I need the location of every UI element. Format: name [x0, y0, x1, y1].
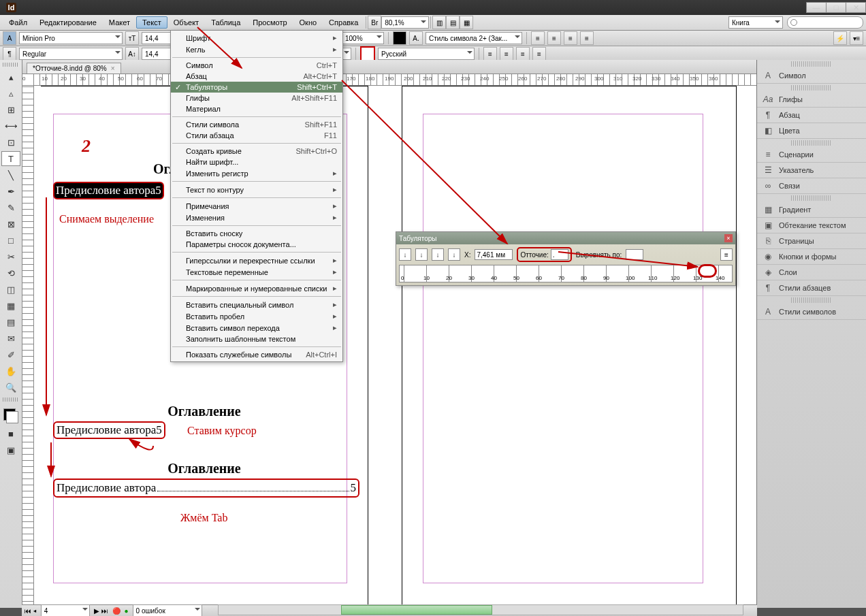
align-center-icon[interactable]: ≡ [547, 31, 561, 45]
note-tool[interactable]: ✉ [1, 331, 20, 346]
scissors-tool[interactable]: ✂ [1, 249, 20, 264]
page-nav-next[interactable]: ▶ ⏭ [94, 607, 108, 615]
ruler-h[interactable]: 0102030405060708090100110120130140150160… [22, 74, 756, 86]
fill-swatch[interactable] [393, 31, 406, 45]
panel-кнопки-и-формы[interactable]: ◉Кнопки и формы [757, 249, 866, 265]
menuitem-гиперссылки-и-перекрестные-ссылки[interactable]: Гиперссылки и перекрестные ссылки▸ [171, 255, 342, 266]
gradient2-tool[interactable]: ▤ [1, 314, 20, 329]
panel-связи[interactable]: ∞Связи [757, 178, 866, 194]
tabpanel-menu-icon[interactable]: ≡ [720, 248, 733, 261]
charstyle-combo[interactable]: Стиль символа 2+ (Зак... [426, 32, 522, 44]
tab-right-icon[interactable]: ↓ [432, 248, 444, 261]
menu-справка[interactable]: Справка [323, 16, 364, 29]
search-input[interactable] [787, 16, 863, 29]
menuitem-стили-символа[interactable]: Стили символаShift+F11 [171, 119, 342, 130]
panel-menu-icon[interactable]: ▾≡ [850, 31, 863, 45]
menu-таблица[interactable]: Таблица [205, 16, 246, 29]
fontstyle-combo[interactable]: Regular [19, 48, 123, 60]
menuitem-глифы[interactable]: ГлифыAlt+Shift+F11 [171, 93, 342, 103]
panel-слои[interactable]: ◈Слои [757, 265, 866, 280]
panel-абзац[interactable]: ¶Абзац [757, 108, 866, 123]
align-right-icon[interactable]: ≡ [564, 31, 577, 45]
menuitem-табуляторы[interactable]: ✓ТабуляторыShift+Ctrl+T [171, 82, 342, 93]
menuitem-параметры-сносок-документа...[interactable]: Параметры сносок документа... [171, 239, 342, 250]
pencil-tool[interactable]: ✎ [1, 200, 20, 215]
menuitem-стили-абзаца[interactable]: Стили абзацаF11 [171, 130, 342, 141]
menu-файл[interactable]: Файл [3, 16, 33, 29]
align-j2-icon[interactable]: ≡ [500, 47, 513, 61]
x-input[interactable] [475, 249, 513, 260]
close-button[interactable]: ✕ [846, 3, 865, 12]
tab-center-icon[interactable]: ↓ [415, 248, 428, 261]
hand-tool[interactable]: ✋ [1, 363, 20, 378]
type-tool[interactable]: T [1, 151, 20, 166]
maximize-button[interactable]: □ [826, 3, 846, 12]
frame-tool[interactable]: ⊠ [1, 216, 20, 231]
scale-tool[interactable]: ◫ [1, 282, 20, 297]
gradient-tool[interactable]: ▦ [1, 298, 20, 313]
page-nav-prev[interactable]: ⏮ ◀ [25, 607, 37, 615]
tabulators-panel[interactable]: Табуляторы× ↓ ↓ ↓ ↓ X: Отточие: Выровнят… [396, 231, 736, 286]
menuitem-текстовые-переменные[interactable]: Текстовые переменные▸ [171, 266, 342, 278]
canvas[interactable]: Огл Предисловие автора5 Снимаем выделени… [34, 86, 756, 608]
panel-указатель[interactable]: ☰Указатель [757, 163, 866, 178]
align-j4-icon[interactable]: ≡ [532, 47, 546, 61]
menuitem-маркированные-и-нумерованные-списки[interactable]: Маркированные и нумерованные списки▸ [171, 282, 342, 294]
doc-tab[interactable]: *Отточие-8.indd @ 80%× [27, 63, 121, 74]
menuitem-изменения[interactable]: Изменения▸ [171, 212, 342, 223]
menuitem-материал[interactable]: Материал [171, 103, 342, 114]
panel-стили-символов[interactable]: AСтили символов [757, 304, 866, 320]
menuitem-текст-по-контуру[interactable]: Текст по контуру▸ [171, 184, 342, 195]
menu-объект[interactable]: Объект [167, 16, 205, 29]
ruler-v[interactable] [22, 86, 34, 608]
panel-сценарии[interactable]: ≡Сценарии [757, 147, 866, 163]
panel-цвета[interactable]: ◧Цвета [757, 123, 866, 139]
align-j1-icon[interactable]: ≡ [483, 47, 497, 61]
selection-tool[interactable]: ▴ [1, 69, 20, 84]
tab-left-icon[interactable]: ↓ [399, 248, 411, 261]
tabpanel-title[interactable]: Табуляторы× [396, 232, 735, 244]
panel-страницы[interactable]: ⎘Страницы [757, 233, 866, 249]
panel-глифы[interactable]: AaГлифы [757, 92, 866, 108]
view-mode-icon[interactable]: ▥ [432, 16, 446, 29]
menuitem-создать-кривые[interactable]: Создать кривыеShift+Ctrl+O [171, 146, 342, 157]
align-left-icon[interactable]: ≡ [531, 31, 545, 45]
panel-стили-абзацев[interactable]: ¶Стили абзацев [757, 280, 866, 296]
menuitem-абзац[interactable]: АбзацAlt+Ctrl+T [171, 71, 342, 82]
menuitem-вставить-пробел[interactable]: Вставить пробел▸ [171, 310, 342, 322]
page-tool[interactable]: ⊞ [1, 102, 20, 117]
menuitem-символ[interactable]: СимволCtrl+T [171, 60, 342, 71]
menu-текст[interactable]: Текст [136, 16, 167, 29]
rect-tool[interactable]: □ [1, 233, 20, 248]
menuitem-найти-шрифт...[interactable]: Найти шрифт... [171, 157, 342, 167]
menuitem-кегль[interactable]: Кегль▸ [171, 44, 342, 55]
align-justify-icon[interactable]: ≡ [580, 31, 594, 45]
align-j3-icon[interactable]: ≡ [516, 47, 530, 61]
menuitem-изменить-регистр[interactable]: Изменить регистр▸ [171, 167, 342, 179]
menuitem-вставить-символ-перехода[interactable]: Вставить символ перехода▸ [171, 322, 342, 334]
panel-градиент[interactable]: ▦Градиент [757, 202, 866, 218]
menu-окно[interactable]: Окно [293, 16, 323, 29]
content-tool[interactable]: ⊡ [1, 135, 20, 150]
workspace-combo[interactable]: Книга [728, 16, 783, 29]
h-scrollbar[interactable] [218, 604, 743, 615]
screen-mode[interactable]: ▣ [1, 442, 20, 457]
page-number[interactable]: 4 [41, 604, 90, 616]
tab-ruler[interactable]: 0102030405060708090100110120130140 [399, 265, 733, 282]
menuitem-вставить-специальный-символ[interactable]: Вставить специальный символ▸ [171, 299, 342, 310]
gap-tool[interactable]: ⟷ [1, 118, 20, 133]
para-mode-icon[interactable]: ¶ [3, 47, 16, 61]
menuitem-показать-служебные-символы[interactable]: Показать служебные символыAlt+Ctrl+I [171, 349, 342, 360]
font-combo[interactable]: Minion Pro [19, 32, 123, 44]
errors-combo[interactable]: 0 ошибок [133, 604, 202, 616]
apply-color[interactable]: ■ [1, 426, 20, 441]
zoom-tool[interactable]: 🔍 [1, 380, 20, 395]
arrange-icon[interactable]: ▦ [460, 16, 473, 29]
screen-mode-icon[interactable]: ▤ [446, 16, 460, 29]
menuitem-заполнить-шаблонным-текстом[interactable]: Заполнить шаблонным текстом [171, 334, 342, 344]
direct-select-tool[interactable]: ▵ [1, 86, 20, 101]
tabpanel-close-icon[interactable]: × [724, 234, 733, 242]
stroke-swatch[interactable] [360, 46, 375, 61]
menu-редактирование[interactable]: Редактирование [33, 16, 103, 29]
menuitem-вставить-сноску[interactable]: Вставить сноску [171, 228, 342, 239]
